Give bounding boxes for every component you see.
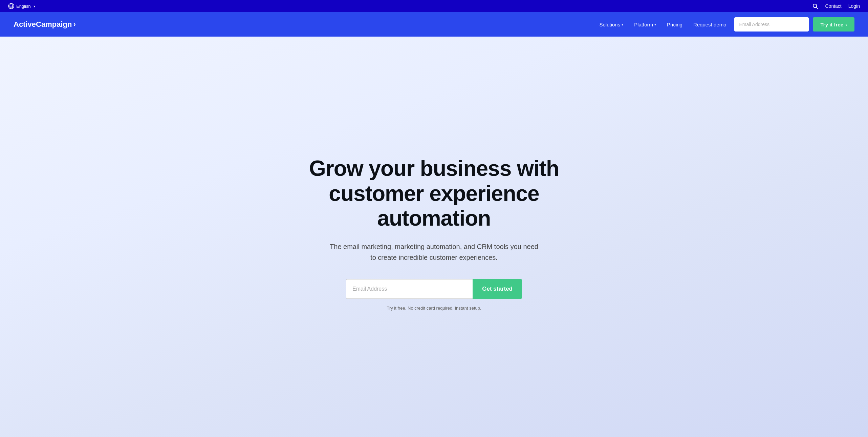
platform-label: Platform: [634, 22, 653, 27]
language-label: English: [16, 4, 31, 9]
search-button[interactable]: [812, 3, 818, 9]
get-started-button[interactable]: Get started: [473, 279, 522, 299]
pricing-label: Pricing: [667, 22, 682, 27]
nav-item-platform[interactable]: Platform ▾: [634, 22, 656, 27]
nav-item-pricing[interactable]: Pricing: [667, 22, 682, 27]
logo-text: ActiveCampaign: [14, 20, 72, 29]
language-chevron: ▾: [34, 4, 35, 8]
language-selector[interactable]: English ▾: [8, 3, 35, 9]
logo[interactable]: ActiveCampaign ›: [14, 20, 76, 29]
globe-icon: [8, 3, 14, 9]
nav-email-input[interactable]: [734, 17, 809, 32]
hero-subtitle: The email marketing, marketing automatio…: [329, 241, 539, 263]
logo-arrow: ›: [73, 20, 75, 29]
try-it-free-button[interactable]: Try it free ›: [813, 17, 854, 32]
login-link[interactable]: Login: [848, 3, 860, 9]
solutions-label: Solutions: [599, 22, 620, 27]
nav-links: Solutions ▾ Platform ▾ Pricing Request d…: [599, 22, 726, 27]
svg-line-6: [817, 7, 818, 8]
top-bar: English ▾ Contact Login: [0, 0, 868, 12]
nav-item-request-demo[interactable]: Request demo: [693, 22, 726, 27]
main-nav: ActiveCampaign › Solutions ▾ Platform ▾ …: [0, 12, 868, 37]
hero-cta-group: Get started: [346, 279, 522, 299]
platform-chevron: ▾: [654, 23, 656, 26]
top-bar-right: Contact Login: [812, 3, 860, 9]
contact-link[interactable]: Contact: [825, 3, 841, 9]
get-started-label: Get started: [482, 286, 513, 292]
nav-cta: Try it free ›: [734, 17, 854, 32]
nav-item-solutions[interactable]: Solutions ▾: [599, 22, 623, 27]
request-demo-label: Request demo: [693, 22, 726, 27]
try-it-free-arrow: ›: [845, 22, 847, 27]
hero-email-input[interactable]: [346, 279, 473, 299]
hero-disclaimer: Try it free. No credit card required. In…: [387, 306, 481, 311]
try-it-free-label: Try it free: [820, 22, 843, 27]
hero-title: Grow your business with customer experie…: [282, 156, 586, 231]
search-icon: [812, 3, 818, 9]
solutions-chevron: ▾: [622, 23, 623, 26]
hero-section: Grow your business with customer experie…: [0, 37, 868, 437]
